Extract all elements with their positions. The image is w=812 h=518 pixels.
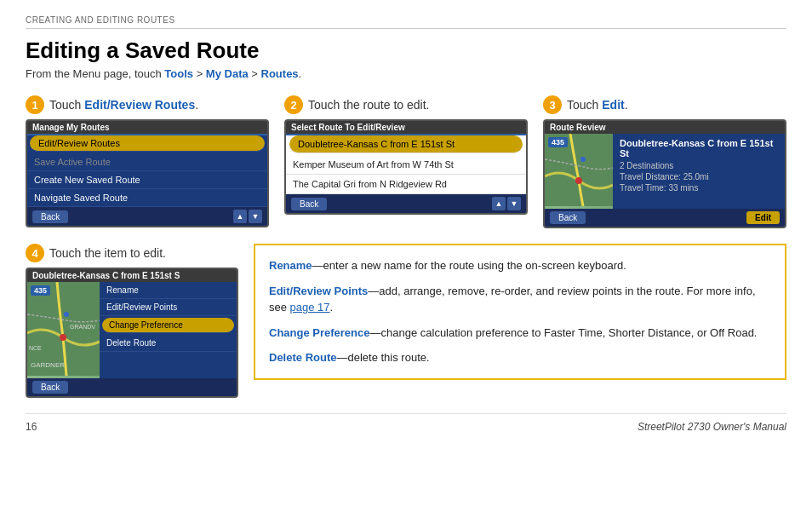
info-editpoints-link[interactable]: page 17 [290, 301, 330, 314]
svg-text:GRANDV: GRANDV [70, 324, 95, 330]
step1-title: Touch Edit/Review Routes. [49, 98, 198, 112]
step2-screen-title: Select Route To Edit/Review [286, 121, 526, 134]
svg-text:GARDNER: GARDNER [31, 361, 65, 369]
step1-block: 1 Touch Edit/Review Routes. Manage My Ro… [26, 95, 269, 227]
info-changepref-term: Change Preference [269, 326, 370, 339]
step4-map-svg: GARDNER GRANDV NCE [27, 282, 100, 376]
svg-text:NCE: NCE [29, 345, 42, 351]
info-changepref-text: —change calculation preference to Faster… [370, 326, 758, 339]
step3-link: Edit [602, 98, 624, 112]
step2-screen: Select Route To Edit/Review Doubletree-K… [284, 119, 528, 215]
subtitle-routes[interactable]: Routes [261, 67, 299, 80]
step4-number: 4 [26, 244, 44, 262]
page-title: Editing a Saved Route [26, 37, 786, 64]
step4-bottom-bar: Back [27, 378, 237, 396]
edit-option-editpoints[interactable]: Edit/Review Points [100, 299, 237, 316]
step3-back-btn[interactable]: Back [550, 211, 586, 224]
subtitle-mydata[interactable]: My Data [206, 67, 249, 80]
step4-screen-title: Doubletree-Kansas C from E 151st S [27, 269, 237, 282]
step3-prefix: Touch [567, 98, 602, 112]
step3-badge: 435 [548, 137, 568, 147]
info-rename: Rename—enter a new name for the route us… [269, 257, 771, 274]
step3-time: Travel Time: 33 mins [620, 183, 778, 193]
step2-back-btn[interactable]: Back [291, 198, 327, 210]
step1-header: 1 Touch Edit/Review Routes. [26, 95, 269, 114]
step3-number: 3 [543, 95, 562, 114]
step2-number: 2 [284, 95, 303, 114]
step1-prefix: Touch [49, 98, 84, 112]
step3-map-thumb: 435 [545, 134, 613, 209]
bottom-row: 4 Touch the item to edit. Doubletree-Kan… [26, 244, 786, 398]
step2-arrow-up[interactable]: ▲ [492, 197, 506, 210]
menu-item-navigate[interactable]: Navigate Saved Route [27, 189, 267, 207]
route-item-kemper[interactable]: Kemper Museum of Art from W 74th St [286, 155, 526, 175]
step1-back-btn[interactable]: Back [32, 210, 68, 223]
svg-point-4 [60, 334, 66, 341]
step3-distance: Travel Distance: 25.0mi [620, 172, 778, 181]
step4-badge: 435 [31, 285, 50, 296]
step4-edit-menu: 435 GARDNER GRANDV NCE [27, 282, 237, 378]
step3-screen: Route Review 435 D [543, 119, 786, 228]
step2-block: 2 Touch the route to edit. Select Route … [284, 95, 528, 215]
page-number: 16 [26, 421, 37, 433]
edit-option-rename[interactable]: Rename [100, 282, 237, 299]
info-rename-term: Rename [269, 259, 312, 272]
step2-header: 2 Touch the route to edit. [284, 95, 528, 114]
menu-item-saveactive[interactable]: Save Active Route [27, 153, 267, 171]
svg-point-5 [64, 312, 69, 317]
info-editpoints: Edit/Review Points—add, arrange, remove,… [269, 283, 771, 316]
step4-screen: Doubletree-Kansas C from E 151st S 435 G… [26, 268, 238, 398]
step1-menu-list: Edit/Review Routes Save Active Route Cre… [27, 135, 267, 207]
step3-bottom-bar: Back Edit [545, 209, 785, 227]
info-editpoints-text2: . [330, 301, 334, 314]
route-item-capital[interactable]: The Capital Gri from N Ridgeview Rd [286, 175, 526, 194]
step3-route-name: Doubletree-Kansas C from E 151st St [620, 138, 778, 158]
step3-header: 3 Touch Edit. [543, 95, 786, 114]
step4-map-thumb: 435 GARDNER GRANDV NCE [27, 282, 100, 378]
page-footer: 16 StreetPilot 2730 Owner's Manual [26, 413, 786, 433]
step3-screen-title: Route Review [545, 121, 785, 134]
step2-bottom-bar: Back ▲ ▼ [286, 194, 526, 213]
info-deleteroute-text: —delete this route. [336, 351, 429, 364]
step4-title: Touch the item to edit. [49, 246, 166, 260]
menu-item-createnew[interactable]: Create New Saved Route [27, 171, 267, 189]
step3-route-review: 435 Doubletree-Kansas C from E 151st St [545, 134, 785, 209]
subtitle-tools[interactable]: Tools [164, 67, 193, 80]
edit-option-deleteroute[interactable]: Delete Route [100, 335, 237, 352]
step2-arrows: ▲ ▼ [492, 197, 521, 210]
info-changepref: Change Preference—change calculation pre… [269, 325, 771, 342]
step2-route-list: Doubletree-Kansas C from E 151st St Kemp… [286, 135, 526, 194]
step2-title: Touch the route to edit. [308, 98, 429, 112]
step3-suffix: . [625, 98, 628, 112]
step4-block: 4 Touch the item to edit. Doubletree-Kan… [26, 244, 238, 398]
step1-bottom-bar: Back ▲ ▼ [27, 207, 267, 226]
step1-number: 1 [26, 95, 44, 114]
step2-arrow-down[interactable]: ▼ [507, 197, 521, 210]
step1-screen: Manage My Routes Edit/Review Routes Save… [26, 119, 269, 227]
step3-route-info: Doubletree-Kansas C from E 151st St 2 De… [613, 134, 785, 209]
step1-screen-title: Manage My Routes [27, 121, 267, 134]
svg-point-2 [580, 157, 586, 162]
step4-edit-options: Rename Edit/Review Points Change Prefere… [100, 282, 237, 378]
steps-row-1: 1 Touch Edit/Review Routes. Manage My Ro… [26, 95, 786, 228]
step4-header: 4 Touch the item to edit. [26, 244, 238, 262]
edit-option-changepref[interactable]: Change Preference [102, 318, 234, 333]
step3-block: 3 Touch Edit. Route Review 435 [543, 95, 786, 228]
subtitle-sep1: > [193, 67, 206, 80]
breadcrumb: Creating and Editing Routes [26, 15, 786, 29]
subtitle-sep2: > [249, 67, 261, 80]
route-item-doubletree[interactable]: Doubletree-Kansas C from E 151st St [289, 135, 523, 153]
step1-suffix: . [195, 98, 198, 112]
menu-item-editreview[interactable]: Edit/Review Routes [30, 135, 265, 152]
info-box: Rename—enter a new name for the route us… [254, 244, 786, 380]
step3-edit-btn[interactable]: Edit [746, 211, 780, 224]
page-subtitle: From the Menu page, touch Tools > My Dat… [26, 67, 786, 80]
step3-destinations: 2 Destinations [620, 161, 778, 170]
step1-link: Edit/Review Routes [84, 98, 195, 112]
step1-arrow-up[interactable]: ▲ [233, 210, 247, 223]
step1-arrow-down[interactable]: ▼ [249, 210, 262, 223]
manual-name: StreetPilot 2730 Owner's Manual [638, 421, 786, 433]
info-rename-text: —enter a new name for the route using th… [312, 259, 626, 272]
step1-arrows: ▲ ▼ [233, 210, 262, 223]
step4-back-btn[interactable]: Back [32, 381, 68, 394]
